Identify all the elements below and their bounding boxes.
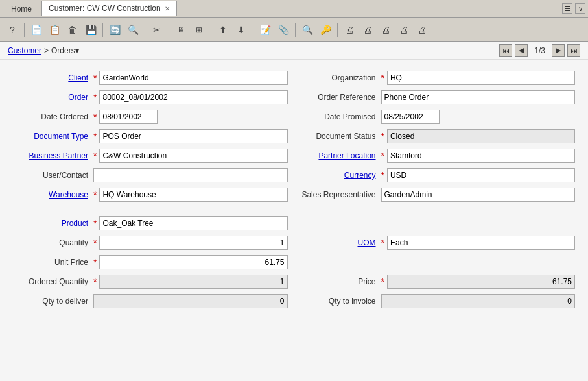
order-reference-row: Order Reference <box>301 90 576 105</box>
cut-button[interactable]: ✂ <box>148 21 165 38</box>
toolbar-sep-2 <box>102 23 103 37</box>
product-row: Product * <box>13 215 288 231</box>
client-label[interactable]: Client <box>13 73 91 82</box>
business-partner-input[interactable] <box>99 149 287 163</box>
qty-to-deliver-input <box>93 294 288 308</box>
order-input[interactable] <box>99 90 287 104</box>
find-button[interactable]: 🔍 <box>124 21 141 38</box>
close-icon[interactable]: ✕ <box>165 5 170 12</box>
print2-button[interactable]: 🖨 <box>359 21 376 38</box>
tab-active[interactable]: Customer: CW CW Construction ✕ <box>41 1 177 16</box>
user-contact-row: User/Contact <box>13 167 288 183</box>
nav-last-button[interactable]: ⏭ <box>567 44 580 57</box>
key-button[interactable]: 🔑 <box>317 21 334 38</box>
ordered-quantity-required: * <box>93 277 97 286</box>
print4-button[interactable]: 🖨 <box>395 21 412 38</box>
document-type-label[interactable]: Document Type <box>13 132 91 141</box>
notes-button[interactable]: 📝 <box>257 21 274 38</box>
partner-location-input[interactable] <box>387 149 575 163</box>
organization-input[interactable] <box>387 71 575 85</box>
partner-location-required: * <box>381 151 384 160</box>
product-input[interactable] <box>99 216 287 230</box>
date-ordered-row: Date Ordered * <box>13 109 288 125</box>
up-button[interactable]: ⬆ <box>215 21 231 38</box>
toolbar: ? 📄 📋 🗑 💾 🔄 🔍 ✂ 🖥 ⊞ ⬆ ⬇ 📝 📎 🔍 🔑 🖨 🖨 🖨 🖨 … <box>0 18 588 42</box>
qty-to-invoice-input <box>381 294 576 308</box>
quantity-required: * <box>93 238 97 247</box>
date-promised-input[interactable] <box>381 110 440 124</box>
date-ordered-input[interactable] <box>99 110 158 124</box>
client-input[interactable] <box>99 71 287 85</box>
qty-to-deliver-row: Qty to deliver <box>13 293 288 309</box>
business-partner-required: * <box>93 151 97 160</box>
active-tab-label: Customer: CW CW Construction <box>49 4 161 13</box>
uom-input[interactable] <box>387 236 575 250</box>
sales-rep-input[interactable] <box>381 188 576 202</box>
document-status-input <box>387 129 575 143</box>
zoom-button[interactable]: 🔍 <box>299 21 316 38</box>
uom-label[interactable]: UOM <box>301 238 379 247</box>
unit-price-input[interactable] <box>99 255 287 269</box>
attachments-button[interactable]: 📎 <box>275 21 292 38</box>
document-type-required: * <box>93 132 97 141</box>
document-type-input[interactable] <box>99 129 287 143</box>
currency-label[interactable]: Currency <box>301 171 379 180</box>
product-label[interactable]: Product <box>13 219 91 228</box>
delete-button[interactable]: 🗑 <box>64 21 81 38</box>
save-button[interactable]: 💾 <box>82 21 99 38</box>
toggle-form-button[interactable]: 🖥 <box>172 21 189 38</box>
business-partner-label[interactable]: Business Partner <box>13 151 91 160</box>
chevron-button[interactable]: ∨ <box>575 3 585 14</box>
help-button[interactable]: ? <box>4 21 21 38</box>
refresh-button[interactable]: 🔄 <box>106 21 123 38</box>
warehouse-required: * <box>93 190 97 199</box>
price-input <box>387 275 575 289</box>
organization-required: * <box>381 73 384 82</box>
partner-location-label[interactable]: Partner Location <box>301 151 379 160</box>
print3-button[interactable]: 🖨 <box>377 21 394 38</box>
nav-counter: 1/3 <box>530 46 549 55</box>
qty-to-invoice-label: Qty to invoice <box>301 297 379 306</box>
menu-button[interactable]: ☰ <box>562 3 572 14</box>
currency-row: Currency * <box>301 167 576 183</box>
user-contact-input[interactable] <box>93 168 288 182</box>
form-content: Client * Organization * Order * Order Re… <box>0 60 588 381</box>
toolbar-sep-7 <box>295 23 296 37</box>
nav-first-button[interactable]: ⏮ <box>499 44 512 57</box>
toolbar-sep-1 <box>24 23 25 37</box>
currency-required: * <box>381 171 384 180</box>
toolbar-sep-4 <box>169 23 169 37</box>
quantity-row: Quantity * <box>13 235 288 251</box>
breadcrumb-customer-link[interactable]: Customer <box>8 46 41 55</box>
ordered-quantity-input <box>99 275 287 289</box>
order-reference-label: Order Reference <box>301 93 379 102</box>
partner-location-row: Partner Location * <box>301 148 576 164</box>
unit-price-required: * <box>93 258 97 267</box>
warehouse-label[interactable]: Warehouse <box>13 190 91 199</box>
price-label: Price <box>301 277 379 286</box>
tab-bar: Home Customer: CW CW Construction ✕ ☰ ∨ <box>0 0 588 18</box>
date-promised-label: Date Promised <box>301 112 379 121</box>
print5-button[interactable]: 🖨 <box>414 21 430 38</box>
currency-input[interactable] <box>387 168 575 182</box>
qty-to-deliver-label: Qty to deliver <box>13 297 91 306</box>
nav-prev-button[interactable]: ◀ <box>515 44 528 57</box>
toggle-grid-button[interactable]: ⊞ <box>191 21 207 38</box>
date-promised-row: Date Promised <box>301 109 576 125</box>
order-reference-input[interactable] <box>381 90 576 104</box>
down-button[interactable]: ⬇ <box>233 21 250 38</box>
warehouse-row: Warehouse * <box>13 187 288 203</box>
tab-home[interactable]: Home <box>3 1 40 16</box>
order-label[interactable]: Order <box>13 93 91 102</box>
copy-button[interactable]: 📋 <box>46 21 63 38</box>
warehouse-input[interactable] <box>99 188 287 202</box>
qty-to-invoice-row: Qty to invoice <box>301 293 576 309</box>
print-button[interactable]: 🖨 <box>341 21 358 38</box>
breadcrumb-current[interactable]: Orders▾ <box>51 46 79 55</box>
quantity-input[interactable] <box>99 236 287 250</box>
uom-row: UOM * <box>301 235 576 251</box>
document-type-row: Document Type * <box>13 129 288 144</box>
nav-next-button[interactable]: ▶ <box>552 44 565 57</box>
client-required: * <box>93 73 97 82</box>
new-button[interactable]: 📄 <box>28 21 45 38</box>
